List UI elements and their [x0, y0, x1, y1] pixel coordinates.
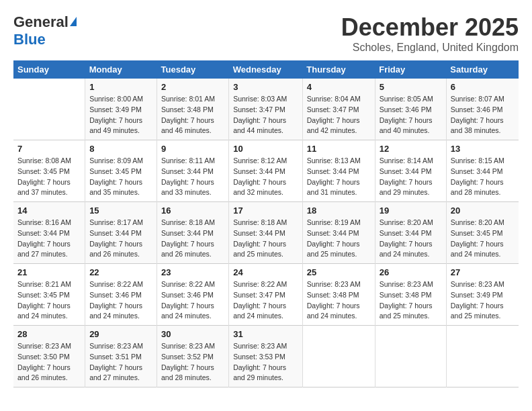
calendar-cell: 20Sunrise: 8:20 AM Sunset: 3:45 PM Dayli… — [446, 202, 519, 264]
location: Scholes, England, United Kingdom — [341, 42, 519, 54]
day-info: Sunrise: 8:11 AM Sunset: 3:44 PM Dayligh… — [161, 156, 224, 198]
logo: General Blue — [13, 13, 77, 48]
calendar-cell: 29Sunrise: 8:23 AM Sunset: 3:51 PM Dayli… — [85, 326, 157, 387]
day-info: Sunrise: 8:18 AM Sunset: 3:44 PM Dayligh… — [161, 218, 224, 260]
calendar-cell — [446, 326, 519, 387]
day-number: 20 — [451, 205, 515, 216]
day-info: Sunrise: 8:22 AM Sunset: 3:46 PM Dayligh… — [89, 279, 152, 322]
day-info: Sunrise: 8:01 AM Sunset: 3:48 PM Dayligh… — [161, 94, 224, 136]
day-number: 23 — [161, 267, 224, 277]
day-number: 15 — [89, 205, 152, 216]
page-header: General Blue December 2025 Scholes, Engl… — [13, 13, 519, 54]
day-number: 6 — [451, 82, 515, 92]
day-number: 26 — [380, 267, 442, 277]
day-number: 25 — [307, 267, 371, 277]
day-number: 22 — [89, 267, 152, 277]
calendar-cell: 9Sunrise: 8:11 AM Sunset: 3:44 PM Daylig… — [157, 140, 229, 202]
day-number: 1 — [89, 82, 152, 92]
day-info: Sunrise: 8:05 AM Sunset: 3:46 PM Dayligh… — [380, 94, 442, 136]
day-number: 21 — [17, 267, 81, 277]
calendar-cell: 30Sunrise: 8:23 AM Sunset: 3:52 PM Dayli… — [157, 326, 229, 387]
calendar-cell: 18Sunrise: 8:19 AM Sunset: 3:44 PM Dayli… — [302, 202, 375, 264]
day-info: Sunrise: 8:23 AM Sunset: 3:52 PM Dayligh… — [161, 341, 224, 383]
logo-blue-text: Blue — [13, 31, 46, 48]
week-row-1: 1Sunrise: 8:00 AM Sunset: 3:49 PM Daylig… — [13, 79, 519, 140]
calendar-cell — [302, 326, 375, 387]
day-info: Sunrise: 8:23 AM Sunset: 3:48 PM Dayligh… — [380, 279, 442, 322]
day-info: Sunrise: 8:17 AM Sunset: 3:44 PM Dayligh… — [89, 218, 152, 260]
calendar-cell: 1Sunrise: 8:00 AM Sunset: 3:49 PM Daylig… — [85, 79, 157, 140]
day-info: Sunrise: 8:23 AM Sunset: 3:49 PM Dayligh… — [451, 279, 515, 322]
column-header-saturday: Saturday — [446, 60, 519, 79]
day-info: Sunrise: 8:22 AM Sunset: 3:46 PM Dayligh… — [161, 279, 224, 322]
calendar-cell: 26Sunrise: 8:23 AM Sunset: 3:48 PM Dayli… — [375, 264, 446, 326]
day-number: 7 — [17, 144, 81, 154]
calendar-cell: 4Sunrise: 8:04 AM Sunset: 3:47 PM Daylig… — [302, 79, 375, 140]
day-number: 27 — [451, 267, 515, 277]
day-number: 14 — [17, 205, 81, 216]
day-info: Sunrise: 8:00 AM Sunset: 3:49 PM Dayligh… — [89, 94, 152, 136]
calendar-cell: 15Sunrise: 8:17 AM Sunset: 3:44 PM Dayli… — [85, 202, 157, 264]
day-info: Sunrise: 8:16 AM Sunset: 3:44 PM Dayligh… — [17, 218, 81, 260]
day-info: Sunrise: 8:20 AM Sunset: 3:45 PM Dayligh… — [451, 218, 515, 260]
week-row-5: 28Sunrise: 8:23 AM Sunset: 3:50 PM Dayli… — [13, 326, 519, 387]
day-number: 13 — [451, 144, 515, 154]
calendar-cell: 14Sunrise: 8:16 AM Sunset: 3:44 PM Dayli… — [13, 202, 85, 264]
day-number: 11 — [307, 144, 371, 154]
calendar-cell — [13, 79, 85, 140]
column-header-thursday: Thursday — [302, 60, 375, 79]
day-info: Sunrise: 8:07 AM Sunset: 3:46 PM Dayligh… — [451, 94, 515, 136]
day-info: Sunrise: 8:13 AM Sunset: 3:44 PM Dayligh… — [307, 156, 371, 198]
day-number: 8 — [89, 144, 152, 154]
day-info: Sunrise: 8:14 AM Sunset: 3:44 PM Dayligh… — [380, 156, 442, 198]
day-info: Sunrise: 8:23 AM Sunset: 3:48 PM Dayligh… — [307, 279, 371, 322]
calendar-cell — [375, 326, 446, 387]
column-header-tuesday: Tuesday — [157, 60, 229, 79]
day-info: Sunrise: 8:08 AM Sunset: 3:45 PM Dayligh… — [17, 156, 81, 198]
day-number: 31 — [233, 329, 298, 339]
calendar-header-row: SundayMondayTuesdayWednesdayThursdayFrid… — [13, 60, 519, 79]
day-info: Sunrise: 8:03 AM Sunset: 3:47 PM Dayligh… — [233, 94, 298, 136]
day-number: 9 — [161, 144, 224, 154]
calendar-cell: 23Sunrise: 8:22 AM Sunset: 3:46 PM Dayli… — [157, 264, 229, 326]
title-block: December 2025 Scholes, England, United K… — [341, 13, 519, 54]
day-number: 16 — [161, 205, 224, 216]
day-info: Sunrise: 8:23 AM Sunset: 3:50 PM Dayligh… — [17, 341, 81, 383]
calendar-cell: 27Sunrise: 8:23 AM Sunset: 3:49 PM Dayli… — [446, 264, 519, 326]
day-info: Sunrise: 8:22 AM Sunset: 3:47 PM Dayligh… — [233, 279, 298, 322]
calendar-table: SundayMondayTuesdayWednesdayThursdayFrid… — [13, 60, 519, 387]
day-info: Sunrise: 8:20 AM Sunset: 3:44 PM Dayligh… — [380, 218, 442, 260]
calendar-cell: 16Sunrise: 8:18 AM Sunset: 3:44 PM Dayli… — [157, 202, 229, 264]
day-info: Sunrise: 8:21 AM Sunset: 3:45 PM Dayligh… — [17, 279, 81, 322]
day-number: 2 — [161, 82, 224, 92]
week-row-2: 7Sunrise: 8:08 AM Sunset: 3:45 PM Daylig… — [13, 140, 519, 202]
calendar-cell: 21Sunrise: 8:21 AM Sunset: 3:45 PM Dayli… — [13, 264, 85, 326]
calendar-cell: 2Sunrise: 8:01 AM Sunset: 3:48 PM Daylig… — [157, 79, 229, 140]
day-number: 30 — [161, 329, 224, 339]
day-number: 4 — [307, 82, 371, 92]
calendar-cell: 7Sunrise: 8:08 AM Sunset: 3:45 PM Daylig… — [13, 140, 85, 202]
calendar-cell: 19Sunrise: 8:20 AM Sunset: 3:44 PM Dayli… — [375, 202, 446, 264]
calendar-cell: 12Sunrise: 8:14 AM Sunset: 3:44 PM Dayli… — [375, 140, 446, 202]
calendar-cell: 31Sunrise: 8:23 AM Sunset: 3:53 PM Dayli… — [229, 326, 303, 387]
day-info: Sunrise: 8:23 AM Sunset: 3:53 PM Dayligh… — [233, 341, 298, 383]
month-title: December 2025 — [341, 13, 519, 42]
column-header-sunday: Sunday — [13, 60, 85, 79]
day-number: 29 — [89, 329, 152, 339]
day-info: Sunrise: 8:23 AM Sunset: 3:51 PM Dayligh… — [89, 341, 152, 383]
day-info: Sunrise: 8:15 AM Sunset: 3:44 PM Dayligh… — [451, 156, 515, 198]
column-header-wednesday: Wednesday — [229, 60, 303, 79]
column-header-friday: Friday — [375, 60, 446, 79]
calendar-cell: 8Sunrise: 8:09 AM Sunset: 3:45 PM Daylig… — [85, 140, 157, 202]
calendar-cell: 5Sunrise: 8:05 AM Sunset: 3:46 PM Daylig… — [375, 79, 446, 140]
calendar-cell: 22Sunrise: 8:22 AM Sunset: 3:46 PM Dayli… — [85, 264, 157, 326]
day-info: Sunrise: 8:09 AM Sunset: 3:45 PM Dayligh… — [89, 156, 152, 198]
column-header-monday: Monday — [85, 60, 157, 79]
day-number: 24 — [233, 267, 298, 277]
logo-icon — [70, 17, 77, 26]
day-number: 17 — [233, 205, 298, 216]
calendar-cell: 17Sunrise: 8:18 AM Sunset: 3:44 PM Dayli… — [229, 202, 303, 264]
day-number: 28 — [17, 329, 81, 339]
day-number: 5 — [380, 82, 442, 92]
day-number: 12 — [380, 144, 442, 154]
